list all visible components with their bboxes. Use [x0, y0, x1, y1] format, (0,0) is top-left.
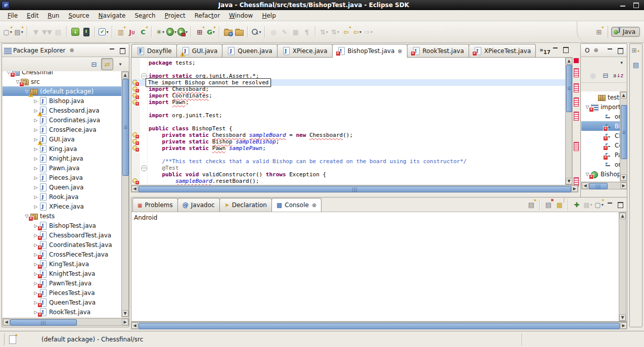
tree-item-crosspiecetest-java[interactable]: ▷×CrossPieceTest.java [3, 250, 121, 259]
menu-project[interactable]: Project [160, 11, 190, 20]
collapsed-arrow-icon[interactable]: ▷ [33, 204, 39, 209]
close-tab-icon[interactable]: ⊗ [312, 202, 316, 209]
tree-item-tests[interactable]: tests [581, 92, 620, 102]
collapsed-arrow-icon[interactable]: ▷ [33, 175, 39, 180]
outline-focus-icon[interactable]: ◎ [587, 70, 599, 81]
console-output[interactable]: Android [132, 212, 619, 321]
debug-icon[interactable]: ✳▾ [155, 26, 165, 37]
code-line[interactable]: private static Bishop sampleBishop; [149, 138, 279, 145]
ruler-error-mark[interactable] [574, 112, 579, 121]
bottom-hscroll-thumb[interactable] [139, 323, 620, 329]
tree-item-kingtest-java[interactable]: ▷×KingTest.java [3, 259, 121, 269]
window-maximize-icon[interactable] [631, 2, 642, 9]
quickfix-error-icon[interactable] [132, 86, 139, 92]
code-line[interactable]: private static Pawn samplePawn; [149, 145, 266, 152]
tree-item-sam[interactable]: Ssam [581, 179, 620, 181]
tree-item-knighttest-java[interactable]: ▷×KnightTest.java [3, 269, 121, 278]
collapsed-arrow-icon[interactable]: ▷ [33, 185, 39, 190]
code-line[interactable]: package tests; [149, 60, 196, 66]
code-line[interactable]: /**This test checks that a valid Bishop … [149, 158, 467, 165]
collapsed-arrow-icon[interactable]: ▷ [33, 127, 39, 132]
tree-item-bish[interactable]: ×Bish [581, 121, 620, 131]
open-type-icon[interactable] [223, 26, 233, 37]
tree-item-import[interactable]: ▽×import [581, 102, 620, 112]
code-line[interactable]: private static Chessboard sampleBoard = … [149, 132, 353, 138]
tree-item-org-[interactable]: org. [581, 160, 620, 169]
tree-item-crosspiece-java[interactable]: ▷CrossPiece.java [3, 125, 121, 134]
editor-hscroll-thumb[interactable]: ||| [139, 186, 571, 192]
collapsed-arrow-icon[interactable]: ▷ [33, 146, 39, 152]
quickfix-error-icon[interactable] [132, 92, 139, 99]
outline-minimize-icon[interactable] [607, 47, 615, 54]
open-perspective-icon[interactable]: ⊞✦ [594, 26, 604, 37]
tree-item-tests[interactable]: ▽×tests [3, 211, 121, 221]
fold-collapse-icon[interactable]: − [141, 165, 147, 171]
tree-item-bishop-java[interactable]: ▷Bishop.java [3, 96, 121, 106]
tree-item-chessboardtest-java[interactable]: ▷×ChessboardTest.java [3, 230, 121, 240]
editor-tab-rooktest-java[interactable]: ×RookTest.java [407, 44, 469, 58]
editor-tab-bishoptest-java[interactable]: ×BishopTest.java⊗ [332, 44, 407, 58]
tree-item-king-java[interactable]: ▷King.java [3, 144, 121, 154]
quickfix-error-icon[interactable] [132, 138, 139, 145]
tree-item-queen-java[interactable]: ▷Queen.java [3, 182, 121, 192]
editor-vscroll-thumb[interactable]: ☰ [566, 65, 572, 112]
quickfix-error-icon[interactable] [132, 178, 139, 184]
tree-item--default-package-[interactable]: ▽(default package) [3, 86, 121, 96]
editor-tab-xpiece-java[interactable]: XPiece.java [277, 44, 333, 58]
tree-item-knight-java[interactable]: ▷Knight.java [3, 154, 121, 163]
console-vscroll[interactable]: ▲ ▼ [619, 212, 626, 321]
show-console-on-output-icon[interactable]: ▤➤ [526, 199, 536, 210]
overview-ruler[interactable] [572, 57, 579, 185]
code-line[interactable]: sampleBoard.resetBoard(); [149, 178, 259, 184]
ruler-error-summary-icon[interactable] [574, 58, 579, 63]
outline-close-icon[interactable]: ⊗ [593, 47, 598, 54]
coverage-icon[interactable]: ⊞✦ [195, 26, 205, 37]
open-resource-icon[interactable] [234, 26, 244, 37]
tree-item-chessboard-java[interactable]: ▷Chessboard.java [3, 106, 121, 115]
outline-hscroll-thumb[interactable]: ||| [589, 183, 608, 189]
bottom-panel-hscroll[interactable]: ◀ ▶ [131, 322, 627, 329]
collapsed-arrow-icon[interactable]: ▷ [33, 98, 39, 104]
collapsed-arrow-icon[interactable]: ▷ [33, 166, 39, 171]
hscroll-thumb[interactable]: ||| [10, 319, 77, 326]
outline-hscroll[interactable]: ◀ ||| ▶ [581, 182, 627, 189]
tree-item-org-[interactable]: org. [581, 112, 620, 121]
android-sdk-manager-icon[interactable]: ↓ [70, 26, 80, 37]
menu-source[interactable]: Source [64, 11, 94, 20]
close-tab-icon[interactable]: ⊗ [398, 48, 402, 55]
tree-item-chessfinal[interactable]: ▽×Chessfinal [3, 71, 121, 77]
tree-item-rook-java[interactable]: ▷Rook.java [3, 192, 121, 202]
minimize-view-icon[interactable] [109, 47, 117, 54]
editor-vscroll[interactable]: ▲ ☰ ▼ [565, 57, 572, 185]
collapsed-arrow-icon[interactable]: ▷ [33, 118, 39, 123]
tree-item-bishopt[interactable]: ▽×BishopT [581, 169, 620, 179]
back-icon[interactable]: ⇦▾ [352, 26, 362, 37]
outline-vscroll[interactable]: ▲ ☰ ▼ [620, 91, 627, 181]
ruler-error-mark[interactable] [574, 142, 579, 151]
view-tab-problems[interactable]: ▦Problems [132, 198, 178, 212]
code-line[interactable]: @Test [149, 165, 179, 171]
outline-vscroll-thumb[interactable]: ☰ [621, 105, 627, 159]
console-minimize-icon[interactable] [607, 202, 615, 208]
menu-help[interactable]: Help [257, 11, 280, 20]
view-tab-console[interactable]: ▩Console⊗ [271, 198, 321, 212]
quickfix-error-icon[interactable] [132, 145, 139, 152]
ruler-error-mark[interactable] [574, 97, 579, 107]
tree-item-src[interactable]: ▽×src [3, 77, 121, 86]
code-line[interactable]: public void validConstructor() throws Ex… [149, 171, 326, 178]
search-icon[interactable]: ▾ [251, 26, 261, 37]
outline-maximize-icon[interactable] [617, 47, 625, 54]
bookmarks-view-icon[interactable]: ▤ [630, 61, 642, 69]
android-device-manager-icon[interactable] [81, 26, 91, 37]
window-minimize-icon[interactable] [618, 2, 629, 9]
tree-item-bishoptest-java[interactable]: ▷×BishopTest.java [3, 221, 121, 230]
quickfix-error-icon[interactable] [132, 79, 139, 86]
tree-item-pawn-java[interactable]: ▷Pawn.java [3, 163, 121, 173]
last-edit-location-icon[interactable]: ⇦✦ [341, 26, 351, 37]
menu-search[interactable]: Search [130, 11, 160, 20]
code-line[interactable]: import Pawn; [149, 99, 189, 106]
menu-file[interactable]: File [3, 11, 22, 20]
editor-minimize-icon[interactable] [552, 46, 560, 53]
editor-tab-doxyfile[interactable]: Doxyfile [131, 44, 177, 58]
tree-item-coordinates-java[interactable]: ▷Coordinates.java [3, 115, 121, 125]
